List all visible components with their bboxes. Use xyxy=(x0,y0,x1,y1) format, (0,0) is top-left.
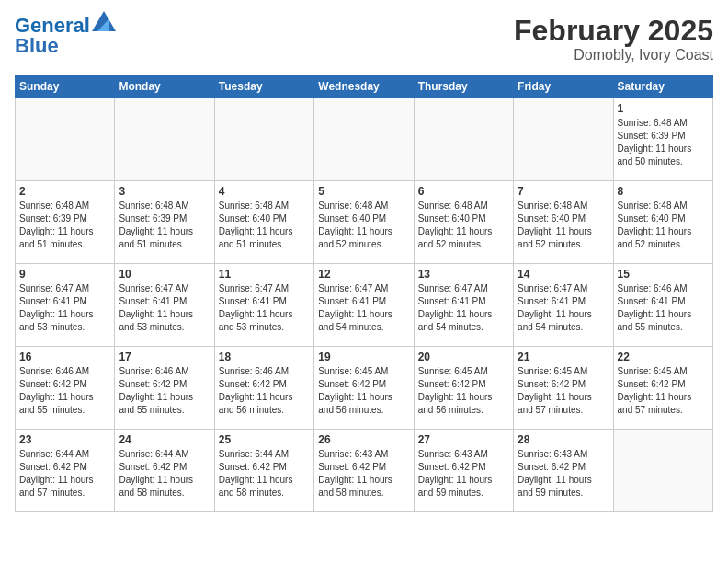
day-cell: 10Sunrise: 6:47 AM Sunset: 6:41 PM Dayli… xyxy=(115,264,214,347)
day-number: 25 xyxy=(219,433,310,446)
day-cell: 22Sunrise: 6:45 AM Sunset: 6:42 PM Dayli… xyxy=(613,347,712,430)
day-info: Sunrise: 6:45 AM Sunset: 6:42 PM Dayligh… xyxy=(518,365,609,417)
day-info: Sunrise: 6:45 AM Sunset: 6:42 PM Dayligh… xyxy=(418,365,509,417)
week-row-1: 2Sunrise: 6:48 AM Sunset: 6:39 PM Daylig… xyxy=(16,181,713,264)
day-cell: 14Sunrise: 6:47 AM Sunset: 6:41 PM Dayli… xyxy=(514,264,613,347)
col-wednesday: Wednesday xyxy=(314,75,414,98)
col-friday: Friday xyxy=(514,75,613,98)
day-info: Sunrise: 6:48 AM Sunset: 6:40 PM Dayligh… xyxy=(219,200,310,251)
day-number: 1 xyxy=(618,102,709,115)
day-info: Sunrise: 6:44 AM Sunset: 6:42 PM Dayligh… xyxy=(19,448,110,500)
day-info: Sunrise: 6:48 AM Sunset: 6:40 PM Dayligh… xyxy=(418,200,509,251)
title-block: February 2025 Domobly, Ivory Coast xyxy=(514,15,713,63)
day-number: 10 xyxy=(119,268,210,281)
day-info: Sunrise: 6:47 AM Sunset: 6:41 PM Dayligh… xyxy=(19,282,110,334)
day-info: Sunrise: 6:47 AM Sunset: 6:41 PM Dayligh… xyxy=(418,282,509,334)
day-cell: 21Sunrise: 6:45 AM Sunset: 6:42 PM Dayli… xyxy=(514,347,613,430)
day-number: 23 xyxy=(19,433,110,446)
day-cell xyxy=(214,98,313,181)
header: General Blue February 2025 Domobly, Ivor… xyxy=(15,15,713,63)
day-info: Sunrise: 6:44 AM Sunset: 6:42 PM Dayligh… xyxy=(119,448,210,500)
day-info: Sunrise: 6:48 AM Sunset: 6:40 PM Dayligh… xyxy=(518,200,609,251)
day-number: 12 xyxy=(318,268,409,281)
day-cell xyxy=(115,98,214,181)
col-thursday: Thursday xyxy=(414,75,513,98)
day-cell: 17Sunrise: 6:46 AM Sunset: 6:42 PM Dayli… xyxy=(115,347,214,430)
day-number: 27 xyxy=(418,433,509,446)
day-info: Sunrise: 6:43 AM Sunset: 6:42 PM Dayligh… xyxy=(318,448,409,500)
day-info: Sunrise: 6:48 AM Sunset: 6:40 PM Dayligh… xyxy=(618,200,709,251)
day-number: 5 xyxy=(318,185,409,198)
calendar-title: February 2025 xyxy=(514,15,713,47)
calendar-container: General Blue February 2025 Domobly, Ivor… xyxy=(0,0,728,520)
day-info: Sunrise: 6:45 AM Sunset: 6:42 PM Dayligh… xyxy=(618,365,709,417)
day-info: Sunrise: 6:46 AM Sunset: 6:42 PM Dayligh… xyxy=(219,365,310,417)
day-info: Sunrise: 6:48 AM Sunset: 6:39 PM Dayligh… xyxy=(119,200,210,251)
day-cell: 24Sunrise: 6:44 AM Sunset: 6:42 PM Dayli… xyxy=(115,430,214,512)
day-number: 17 xyxy=(119,350,210,363)
day-info: Sunrise: 6:45 AM Sunset: 6:42 PM Dayligh… xyxy=(318,365,409,417)
day-info: Sunrise: 6:48 AM Sunset: 6:39 PM Dayligh… xyxy=(618,117,709,168)
col-saturday: Saturday xyxy=(613,75,712,98)
day-cell: 4Sunrise: 6:48 AM Sunset: 6:40 PM Daylig… xyxy=(214,181,313,264)
calendar-table: Sunday Monday Tuesday Wednesday Thursday… xyxy=(15,75,713,512)
day-number: 15 xyxy=(618,268,709,281)
day-info: Sunrise: 6:46 AM Sunset: 6:42 PM Dayligh… xyxy=(19,365,110,417)
day-number: 19 xyxy=(318,350,409,363)
day-cell xyxy=(414,98,513,181)
col-tuesday: Tuesday xyxy=(214,75,313,98)
day-number: 13 xyxy=(418,268,509,281)
day-cell: 19Sunrise: 6:45 AM Sunset: 6:42 PM Dayli… xyxy=(314,347,414,430)
day-info: Sunrise: 6:43 AM Sunset: 6:42 PM Dayligh… xyxy=(518,448,609,500)
day-cell: 12Sunrise: 6:47 AM Sunset: 6:41 PM Dayli… xyxy=(314,264,414,347)
day-info: Sunrise: 6:48 AM Sunset: 6:39 PM Dayligh… xyxy=(19,200,110,251)
day-cell: 6Sunrise: 6:48 AM Sunset: 6:40 PM Daylig… xyxy=(414,181,513,264)
day-number: 24 xyxy=(119,433,210,446)
day-cell: 2Sunrise: 6:48 AM Sunset: 6:39 PM Daylig… xyxy=(16,181,115,264)
day-info: Sunrise: 6:46 AM Sunset: 6:41 PM Dayligh… xyxy=(618,282,709,334)
day-number: 6 xyxy=(418,185,509,198)
week-row-4: 23Sunrise: 6:44 AM Sunset: 6:42 PM Dayli… xyxy=(16,430,713,512)
day-number: 22 xyxy=(618,350,709,363)
day-cell: 13Sunrise: 6:47 AM Sunset: 6:41 PM Dayli… xyxy=(414,264,513,347)
day-info: Sunrise: 6:44 AM Sunset: 6:42 PM Dayligh… xyxy=(219,448,310,500)
day-cell xyxy=(613,430,712,512)
day-cell: 11Sunrise: 6:47 AM Sunset: 6:41 PM Dayli… xyxy=(214,264,313,347)
day-cell xyxy=(514,98,613,181)
day-number: 3 xyxy=(119,185,210,198)
day-number: 4 xyxy=(219,185,310,198)
col-monday: Monday xyxy=(115,75,214,98)
day-cell: 26Sunrise: 6:43 AM Sunset: 6:42 PM Dayli… xyxy=(314,430,414,512)
week-row-3: 16Sunrise: 6:46 AM Sunset: 6:42 PM Dayli… xyxy=(16,347,713,430)
day-cell: 28Sunrise: 6:43 AM Sunset: 6:42 PM Dayli… xyxy=(514,430,613,512)
day-number: 11 xyxy=(219,268,310,281)
calendar-subtitle: Domobly, Ivory Coast xyxy=(514,47,713,63)
day-cell: 1Sunrise: 6:48 AM Sunset: 6:39 PM Daylig… xyxy=(613,98,712,181)
day-number: 2 xyxy=(19,185,110,198)
day-info: Sunrise: 6:47 AM Sunset: 6:41 PM Dayligh… xyxy=(219,282,310,334)
day-number: 20 xyxy=(418,350,509,363)
week-row-2: 9Sunrise: 6:47 AM Sunset: 6:41 PM Daylig… xyxy=(16,264,713,347)
day-info: Sunrise: 6:47 AM Sunset: 6:41 PM Dayligh… xyxy=(119,282,210,334)
day-number: 8 xyxy=(618,185,709,198)
day-number: 16 xyxy=(19,350,110,363)
day-info: Sunrise: 6:48 AM Sunset: 6:40 PM Dayligh… xyxy=(318,200,409,251)
day-cell: 9Sunrise: 6:47 AM Sunset: 6:41 PM Daylig… xyxy=(16,264,115,347)
day-number: 21 xyxy=(518,350,609,363)
day-info: Sunrise: 6:47 AM Sunset: 6:41 PM Dayligh… xyxy=(518,282,609,334)
day-info: Sunrise: 6:47 AM Sunset: 6:41 PM Dayligh… xyxy=(318,282,409,334)
day-cell: 7Sunrise: 6:48 AM Sunset: 6:40 PM Daylig… xyxy=(514,181,613,264)
col-sunday: Sunday xyxy=(16,75,115,98)
day-cell: 20Sunrise: 6:45 AM Sunset: 6:42 PM Dayli… xyxy=(414,347,513,430)
day-cell xyxy=(16,98,115,181)
day-cell: 18Sunrise: 6:46 AM Sunset: 6:42 PM Dayli… xyxy=(214,347,313,430)
day-cell: 15Sunrise: 6:46 AM Sunset: 6:41 PM Dayli… xyxy=(613,264,712,347)
day-cell: 3Sunrise: 6:48 AM Sunset: 6:39 PM Daylig… xyxy=(115,181,214,264)
logo-blue: Blue xyxy=(15,35,59,57)
day-info: Sunrise: 6:46 AM Sunset: 6:42 PM Dayligh… xyxy=(119,365,210,417)
day-number: 9 xyxy=(19,268,110,281)
logo-icon xyxy=(92,11,116,31)
day-number: 18 xyxy=(219,350,310,363)
day-cell xyxy=(314,98,414,181)
day-number: 28 xyxy=(518,433,609,446)
